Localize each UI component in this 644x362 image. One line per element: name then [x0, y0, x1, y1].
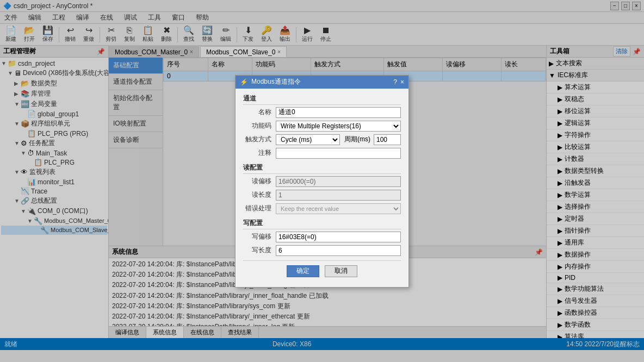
modal-readoffset-row: 读偏移	[243, 176, 401, 187]
modal-funccode-row: 功能码 Write Multiple Registers(16)	[243, 121, 401, 132]
modal-readconfig-title: 读配置	[243, 163, 401, 174]
modal-title: Modbus通道指令	[251, 77, 393, 86]
modal-readlen-label: 读长度	[243, 190, 276, 199]
modal-dialog: ⚡ Modbus通道指令 ? × 通道 名称 功能码 Write Multipl…	[235, 75, 409, 288]
modal-name-input[interactable]	[276, 107, 401, 118]
modal-channel-section: 通道 名称 功能码 Write Multiple Registers(16) 触…	[243, 94, 401, 159]
modal-readoffset-label: 读偏移	[243, 177, 276, 186]
modal-writeconfig-title: 写配置	[243, 219, 401, 229]
modal-readlen-row: 读长度	[243, 190, 401, 201]
modal-readconfig-section: 读配置 读偏移 读长度 错误处理 Keep the recent value	[243, 163, 401, 214]
modal-trigger-select[interactable]: Cycle (ms)	[276, 134, 340, 145]
modal-icon: ⚡	[240, 78, 248, 86]
modal-writelen-label: 写长度	[243, 246, 276, 255]
modal-close-icon[interactable]: ×	[400, 78, 404, 86]
modal-channel-title: 通道	[243, 94, 401, 105]
modal-writeoffset-input[interactable]	[276, 232, 401, 242]
modal-confirm-button[interactable]: 确定	[287, 265, 319, 277]
modal-period-label: 周期(ms)	[344, 135, 370, 144]
modal-cancel-button[interactable]: 取消	[325, 265, 357, 277]
modal-errorhandling-row: 错误处理 Keep the recent value	[243, 203, 401, 214]
modal-period-input[interactable]	[374, 134, 401, 145]
modal-funccode-label: 功能码	[243, 121, 276, 130]
modal-comment-label: 注释	[243, 148, 276, 158]
modal-writeoffset-label: 写偏移	[243, 232, 276, 241]
modal-writelen-row: 写长度	[243, 245, 401, 256]
modal-trigger-group: Cycle (ms) 周期(ms)	[276, 134, 401, 145]
modal-name-row: 名称	[243, 107, 401, 118]
modal-overlay: ⚡ Modbus通道指令 ? × 通道 名称 功能码 Write Multipl…	[0, 0, 644, 362]
modal-comment-row: 注释	[243, 148, 401, 159]
modal-readlen-input	[276, 190, 401, 201]
modal-comment-input[interactable]	[276, 148, 401, 159]
modal-writeoffset-row: 写偏移	[243, 232, 401, 242]
modal-title-bar: ⚡ Modbus通道指令 ? ×	[236, 76, 408, 89]
modal-name-label: 名称	[243, 108, 276, 117]
modal-readoffset-input	[276, 176, 401, 187]
modal-trigger-row: 触发方式 Cycle (ms) 周期(ms)	[243, 134, 401, 145]
modal-funccode-select[interactable]: Write Multiple Registers(16)	[276, 121, 401, 132]
modal-footer: 确定 取消	[243, 260, 401, 282]
modal-help-icon[interactable]: ?	[393, 78, 397, 86]
modal-errorhandling-select: Keep the recent value	[276, 203, 401, 214]
modal-errorhandling-label: 错误处理	[243, 204, 276, 213]
modal-writeconfig-section: 写配置 写偏移 写长度	[243, 219, 401, 256]
modal-writelen-input[interactable]	[276, 245, 401, 256]
modal-trigger-label: 触发方式	[243, 135, 276, 144]
modal-body: 通道 名称 功能码 Write Multiple Registers(16) 触…	[236, 89, 408, 287]
